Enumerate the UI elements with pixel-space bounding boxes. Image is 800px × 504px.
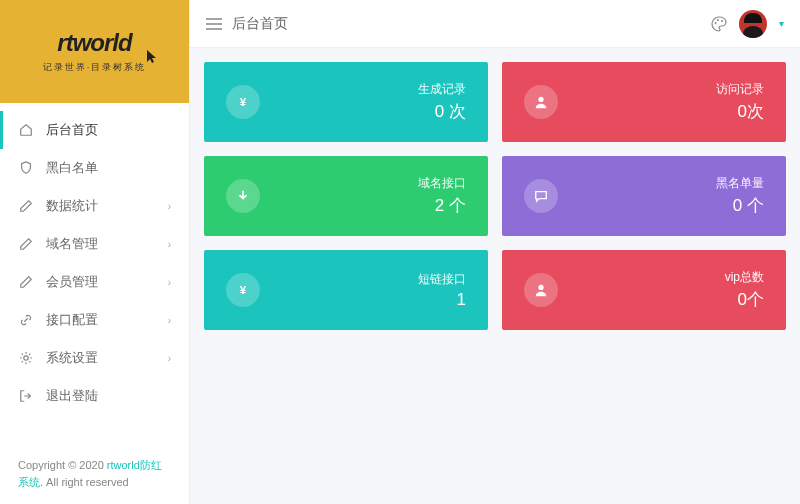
chevron-right-icon: › <box>168 277 171 288</box>
footer: Copyright © 2020 rtworld防红系统. All right … <box>0 445 189 504</box>
main: 后台首页 ▾ ¥生成记录0 次访问记录0次域名接口2 个黑名单量0 个¥短链接口… <box>190 0 800 504</box>
card-text: 访问记录0次 <box>716 81 764 123</box>
nav-label: 数据统计 <box>46 197 98 215</box>
user-icon <box>524 273 558 307</box>
palette-icon[interactable] <box>711 16 727 32</box>
card-text: vip总数0个 <box>725 269 764 311</box>
card-label: 生成记录 <box>418 81 466 98</box>
exit-icon <box>18 388 34 404</box>
hamburger-icon <box>206 18 222 30</box>
nav-label: 退出登陆 <box>46 387 98 405</box>
pencil-icon <box>18 198 34 214</box>
svg-point-2 <box>717 19 719 21</box>
home-icon <box>18 122 34 138</box>
card-value: 0次 <box>716 100 764 123</box>
chat-icon <box>524 179 558 213</box>
card-value: 0 个 <box>716 194 764 217</box>
nav-item-7[interactable]: 退出登陆 <box>0 377 189 415</box>
avatar[interactable] <box>739 10 767 38</box>
down-icon <box>226 179 260 213</box>
svg-text:¥: ¥ <box>240 284 247 296</box>
gear-icon <box>18 350 34 366</box>
nav-label: 黑白名单 <box>46 159 98 177</box>
card-label: 短链接口 <box>418 271 466 288</box>
topbar-right: ▾ <box>711 10 784 38</box>
card-text: 黑名单量0 个 <box>716 175 764 217</box>
nav-item-2[interactable]: 数据统计› <box>0 187 189 225</box>
nav-label: 接口配置 <box>46 311 98 329</box>
svg-point-5 <box>538 97 543 102</box>
page-title: 后台首页 <box>232 15 288 33</box>
nav-item-5[interactable]: 接口配置› <box>0 301 189 339</box>
pencil-icon <box>18 236 34 252</box>
link-icon <box>18 312 34 328</box>
svg-point-1 <box>715 22 717 24</box>
card-label: vip总数 <box>725 269 764 286</box>
chevron-right-icon: › <box>168 239 171 250</box>
user-dropdown[interactable]: ▾ <box>779 18 784 29</box>
card-text: 域名接口2 个 <box>418 175 466 217</box>
footer-rights: . All right reserved <box>40 476 129 488</box>
topbar: 后台首页 ▾ <box>190 0 800 48</box>
card-label: 域名接口 <box>418 175 466 192</box>
chevron-right-icon: › <box>168 315 171 326</box>
chevron-right-icon: › <box>168 201 171 212</box>
content: ¥生成记录0 次访问记录0次域名接口2 个黑名单量0 个¥短链接口1vip总数0… <box>190 48 800 504</box>
nav-item-3[interactable]: 域名管理› <box>0 225 189 263</box>
nav-item-0[interactable]: 后台首页 <box>0 111 189 149</box>
logo-subtitle: 记录世界·目录树系统 <box>43 61 147 74</box>
stat-card-1[interactable]: 访问记录0次 <box>502 62 786 142</box>
card-value: 0个 <box>725 288 764 311</box>
logo-text: rtworld <box>57 29 131 57</box>
sidebar: rtworld 记录世界·目录树系统 后台首页黑白名单数据统计›域名管理›会员管… <box>0 0 190 504</box>
nav-label: 系统设置 <box>46 349 98 367</box>
card-value: 2 个 <box>418 194 466 217</box>
nav-item-6[interactable]: 系统设置› <box>0 339 189 377</box>
svg-point-3 <box>721 20 723 22</box>
stats-cards: ¥生成记录0 次访问记录0次域名接口2 个黑名单量0 个¥短链接口1vip总数0… <box>204 62 786 330</box>
card-label: 访问记录 <box>716 81 764 98</box>
nav-item-1[interactable]: 黑白名单 <box>0 149 189 187</box>
card-value: 0 次 <box>418 100 466 123</box>
shield-icon <box>18 160 34 176</box>
cursor-icon <box>147 50 159 64</box>
stat-card-2[interactable]: 域名接口2 个 <box>204 156 488 236</box>
yen-icon: ¥ <box>226 85 260 119</box>
nav-label: 域名管理 <box>46 235 98 253</box>
svg-text:¥: ¥ <box>240 96 247 108</box>
card-label: 黑名单量 <box>716 175 764 192</box>
stat-card-5[interactable]: vip总数0个 <box>502 250 786 330</box>
svg-point-0 <box>24 356 28 360</box>
card-value: 1 <box>418 290 466 310</box>
stat-card-3[interactable]: 黑名单量0 个 <box>502 156 786 236</box>
svg-point-7 <box>538 285 543 290</box>
nav: 后台首页黑白名单数据统计›域名管理›会员管理›接口配置›系统设置›退出登陆 <box>0 103 189 445</box>
card-text: 生成记录0 次 <box>418 81 466 123</box>
menu-toggle[interactable] <box>206 18 222 30</box>
footer-copyright: Copyright © 2020 <box>18 459 107 471</box>
logo: rtworld 记录世界·目录树系统 <box>0 0 189 103</box>
nav-item-4[interactable]: 会员管理› <box>0 263 189 301</box>
user-icon <box>524 85 558 119</box>
chevron-right-icon: › <box>168 353 171 364</box>
card-text: 短链接口1 <box>418 271 466 310</box>
yen-icon: ¥ <box>226 273 260 307</box>
nav-label: 会员管理 <box>46 273 98 291</box>
pencil-icon <box>18 274 34 290</box>
nav-label: 后台首页 <box>46 121 98 139</box>
stat-card-0[interactable]: ¥生成记录0 次 <box>204 62 488 142</box>
stat-card-4[interactable]: ¥短链接口1 <box>204 250 488 330</box>
